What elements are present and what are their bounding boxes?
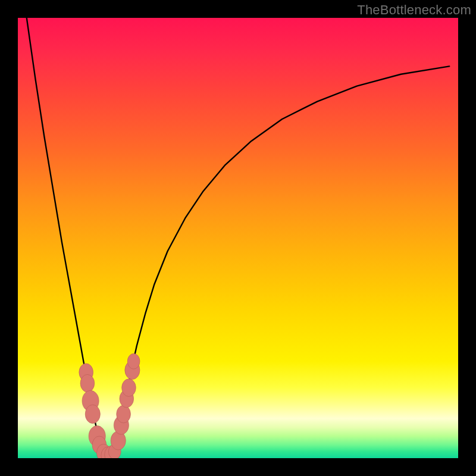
watermark-text: TheBottleneck.com — [357, 2, 471, 18]
data-marker — [122, 379, 136, 397]
chart-frame: TheBottleneck.com — [0, 0, 476, 476]
data-marker — [127, 353, 140, 369]
marker-layer — [79, 353, 140, 458]
data-marker — [117, 405, 131, 423]
plot-area — [18, 18, 458, 458]
data-marker — [80, 374, 95, 392]
chart-svg — [18, 18, 458, 458]
data-marker — [85, 405, 100, 423]
